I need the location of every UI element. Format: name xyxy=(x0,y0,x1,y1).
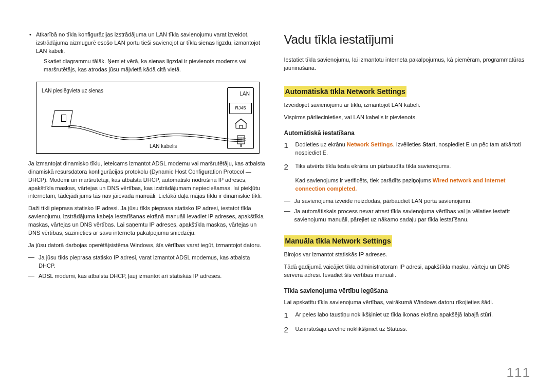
network-settings-label: Network Settings xyxy=(347,141,393,147)
right-column: Vadu tīkla iestatījumi Iestatiet tīkla s… xyxy=(284,31,529,340)
man-step-2: 2 Uznirstošajā izvēlnē noklikšķiniet uz … xyxy=(284,325,529,334)
dash-item: Ja savienojuma izveide neizdodas, pārbau… xyxy=(284,197,529,206)
rj45-box: RJ45 xyxy=(229,103,252,114)
step-1: 1 Dodieties uz ekrānu Network Settings. … xyxy=(284,141,529,157)
step-body: Ar peles labo taustiņu noklikšķiniet uz … xyxy=(295,311,529,320)
left-column: Atkarībā no tīkla konfigurācijas izstrād… xyxy=(28,31,266,340)
step-number: 1 xyxy=(284,141,295,157)
heading-auto: Automātiskā tīkla Network Settings xyxy=(284,86,406,97)
paragraph: Ja jūsu datorā darbojas operētājsistēma … xyxy=(28,241,266,250)
step-body: Uznirstošajā izvēlnē noklikšķiniet uz St… xyxy=(295,325,529,334)
paragraph: Daži tīkli pieprasa statisko IP adresi. … xyxy=(28,204,266,237)
step-number: 2 xyxy=(284,325,295,334)
lan-diagram: LAN pieslēgvieta uz sienas LAN kabelis L… xyxy=(36,82,260,154)
step-number: 1 xyxy=(284,311,295,320)
subheading-manual: Tīkla savienojuma vērtību iegūšana xyxy=(284,287,529,295)
bullet-item: Atkarībā no tīkla konfigurācijas izstrād… xyxy=(28,31,266,74)
enter-icon: E xyxy=(466,141,470,147)
start-label: Start xyxy=(422,141,435,147)
step-body: Tiks atvērts tīkla testa ekrāns un pārba… xyxy=(295,162,529,172)
page-title: Vadu tīkla iestatījumi xyxy=(284,31,529,49)
dash-list: Ja jūsu tīkls pieprasa statisko IP adres… xyxy=(28,254,266,281)
paragraph: Tādā gadījumā vaicājiet tīkla administra… xyxy=(284,263,529,279)
heading-manual: Manuāla tīkla Network Settings xyxy=(284,235,392,247)
enter-icon: E xyxy=(323,150,326,156)
paragraph: Vispirms pārliecinieties, vai LAN kabeli… xyxy=(284,114,529,122)
man-step-1: 1 Ar peles labo taustiņu noklikšķiniet u… xyxy=(284,311,529,320)
house-icon xyxy=(234,118,248,129)
subheading-auto: Automātiskā iestatīšana xyxy=(284,129,529,138)
page-number: 111 xyxy=(507,363,530,383)
dash-item: ADSL modemi, kas atbalsta DHCP, ļauj izm… xyxy=(28,272,266,281)
bullet-text: Atkarībā no tīkla konfigurācijas izstrād… xyxy=(36,31,260,54)
step-number: 2 xyxy=(284,162,295,172)
t: Dodieties uz ekrānu xyxy=(295,141,347,147)
intro-text: Iestatiet tīkla savienojumu, lai izmanto… xyxy=(284,56,529,72)
paragraph: Birojos var izmantot statiskās IP adrese… xyxy=(284,251,529,259)
dash-item: Ja jūsu tīkls pieprasa statisko IP adres… xyxy=(28,254,266,270)
dash-item: Ja automātiskais process nevar atrast tī… xyxy=(284,208,529,224)
step-body: Dodieties uz ekrānu Network Settings. Iz… xyxy=(295,141,529,157)
t: . Izvēlieties xyxy=(393,141,422,147)
step-sub: Kad savienojums ir verificēts, tiek parā… xyxy=(295,177,529,193)
bullet-subtext: Skatiet diagrammu tālāk. Ņemiet vērā, ka… xyxy=(44,58,266,74)
diagram-lan-label: LAN xyxy=(240,90,250,98)
diagram-wall-label: LAN pieslēgvieta uz sienas xyxy=(42,87,103,95)
paragraph: Izveidojiet savienojumu ar tīklu, izmant… xyxy=(284,101,529,109)
plug-icon xyxy=(234,135,248,148)
step-2: 2 Tiks atvērts tīkla testa ekrāns un pār… xyxy=(284,162,529,172)
t: Kad savienojums ir verificēts, tiek parā… xyxy=(295,177,433,183)
diagram-cable-label: LAN kabelis xyxy=(150,143,177,151)
paragraph: Ja izmantojat dinamisko tīklu, ieteicams… xyxy=(28,160,266,201)
t: . xyxy=(326,150,328,156)
paragraph: Lai apskatītu tīkla savienojuma vērtības… xyxy=(284,298,529,307)
t: , nospiediet xyxy=(435,141,466,147)
bullet-list: Atkarībā no tīkla konfigurācijas izstrād… xyxy=(28,31,266,74)
